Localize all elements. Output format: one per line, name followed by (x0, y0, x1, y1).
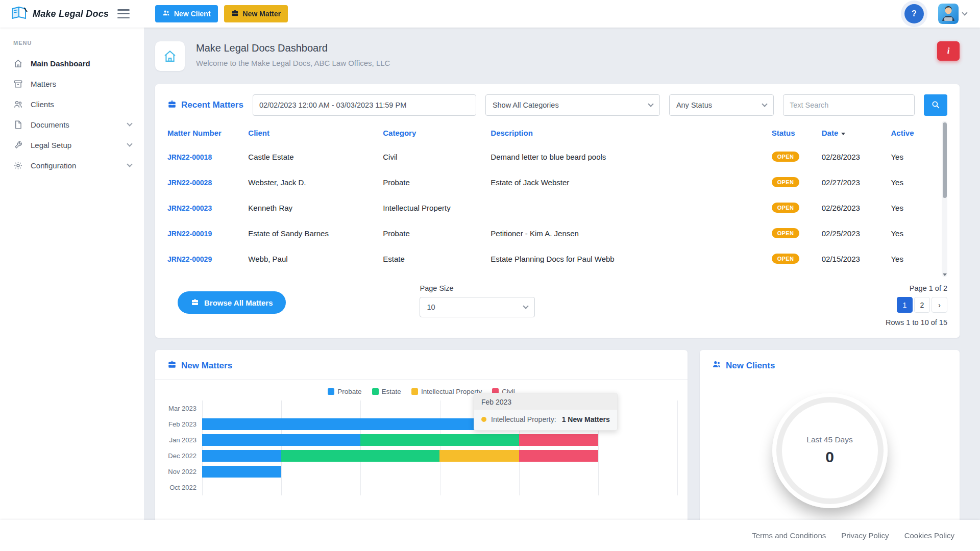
status-badge: OPEN (772, 203, 799, 213)
chart-category-label: Oct 2022 (155, 480, 202, 495)
date-cell: 02/27/2023 (822, 169, 891, 195)
bar-segment-civil[interactable] (519, 434, 598, 446)
column-header-active: Active (891, 121, 937, 144)
search-button[interactable] (924, 94, 947, 116)
info-button[interactable]: i (937, 41, 960, 61)
page-button-1[interactable]: 1 (897, 297, 913, 313)
matters-table-wrap: Matter NumberClientCategoryDescriptionSt… (167, 121, 947, 277)
recent-matters-header: Recent Matters Show All Categories Any S… (167, 94, 947, 116)
chart-category-label: Nov 2022 (155, 464, 202, 480)
chevron-down-icon (962, 10, 967, 15)
client-cell (248, 271, 383, 277)
page-info: Page 1 of 2 (886, 284, 947, 292)
chevron-down-icon (523, 303, 529, 309)
table-row: JRN22-00018Castle EstateCivilDemand lett… (167, 144, 937, 169)
pagination-block: Page 1 of 2 12› Rows 1 to 10 of 15 (886, 284, 947, 327)
chevron-down-icon (762, 101, 767, 107)
sidebar-item-main-dashboard[interactable]: Main Dashboard (0, 53, 144, 73)
matter-number-link[interactable]: JRN22-00028 (167, 179, 212, 187)
sidebar-nav: Main DashboardMattersClientsDocumentsLeg… (0, 53, 144, 176)
date-cell: 02/25/2023 (822, 220, 891, 246)
chart-category-label: Dec 2022 (155, 448, 202, 464)
status-filter-select[interactable]: Any Status (669, 94, 774, 116)
bar-segment-probate[interactable] (202, 418, 519, 430)
matter-number-link[interactable]: JRN22-00018 (167, 153, 212, 161)
help-button[interactable]: ? (904, 4, 924, 23)
bar-segment-probate[interactable] (202, 434, 360, 446)
status-badge: OPEN (772, 177, 799, 187)
sidebar-item-legal-setup[interactable]: Legal Setup (0, 135, 144, 155)
sidebar: MENU Main DashboardMattersClientsDocumen… (0, 28, 144, 551)
client-cell: Webb, Paul (248, 246, 383, 271)
active-cell: Yes (891, 144, 937, 169)
documents-icon (13, 120, 23, 130)
user-menu[interactable] (938, 4, 967, 24)
page-titles: Make Legal Docs Dashboard Welcome to the… (196, 41, 390, 67)
new-client-button[interactable]: New Client (155, 5, 218, 22)
dashboard-home-icon (155, 41, 185, 71)
footer-link-terms-and-conditions[interactable]: Terms and Conditions (752, 531, 826, 540)
table-scrollbar[interactable] (942, 121, 947, 277)
sidebar-item-configuration[interactable]: Configuration (0, 155, 144, 176)
active-cell: Yes (891, 195, 937, 220)
table-row: JRN22-00023Kenneth RayIntellectual Prope… (167, 195, 937, 220)
footer-link-privacy-policy[interactable]: Privacy Policy (841, 531, 889, 540)
logo-area: Make Legal Docs (0, 6, 144, 22)
legend-item-probate[interactable]: Probate (328, 388, 361, 395)
legend-item-intellectual-property[interactable]: Intellectual Property (411, 388, 482, 395)
status-badge: OPEN (772, 152, 799, 162)
matters-icon (13, 79, 23, 89)
app-logo[interactable]: Make Legal Docs (10, 6, 109, 22)
new-matters-header: New Matters (155, 350, 688, 380)
category-cell (383, 271, 491, 277)
description-cell (491, 195, 771, 220)
page-button-2[interactable]: 2 (914, 297, 930, 313)
date-cell (822, 271, 891, 277)
matter-number-link[interactable]: JRN22-00019 (167, 230, 212, 238)
column-header-client: Client (248, 121, 383, 144)
tooltip-value: 1 New Matters (562, 415, 610, 423)
table-row: JRN22-00028Webster, Jack D.ProbateEstate… (167, 169, 937, 195)
clients-icon (712, 360, 721, 371)
tooltip-series-dot (481, 417, 486, 422)
scrollbar-down-arrow-icon[interactable] (942, 273, 947, 276)
column-header-date[interactable]: Date (822, 121, 891, 144)
matter-number-link[interactable]: JRN22-00023 (167, 204, 212, 212)
matter-number-link[interactable]: JRN22-00029 (167, 255, 212, 263)
bar-segment-probate[interactable] (202, 466, 281, 478)
hamburger-menu-icon[interactable] (117, 9, 130, 18)
bar-segment-probate[interactable] (202, 450, 281, 462)
scrollbar-thumb[interactable] (943, 122, 947, 198)
bar-segment-estate[interactable] (360, 434, 519, 446)
chevron-down-icon (127, 120, 132, 126)
matters-table-body: JRN22-00018Castle EstateCivilDemand lett… (167, 144, 937, 277)
new-clients-title: New Clients (712, 360, 947, 371)
legend-item-estate[interactable]: Estate (372, 388, 401, 395)
page-size-select[interactable]: 10 (420, 297, 535, 317)
chart-row-dec-2022 (202, 448, 677, 464)
active-cell: Yes (891, 246, 937, 271)
tooltip-series-label: Intellectual Property: (491, 415, 556, 423)
page-button-›[interactable]: › (932, 297, 947, 313)
tooltip-title: Feb 2023 (474, 393, 617, 410)
new-matter-button[interactable]: New Matter (224, 5, 288, 22)
legend-swatch (328, 388, 334, 395)
category-filter-select[interactable]: Show All Categories (485, 94, 660, 116)
recent-matters-title: Recent Matters (167, 99, 243, 111)
bar-segment-intellectual-property[interactable] (439, 450, 519, 462)
bar-segment-civil[interactable] (519, 450, 598, 462)
briefcase-icon (191, 298, 199, 308)
bar-segment-estate[interactable] (281, 450, 439, 462)
table-header-row: Matter NumberClientCategoryDescriptionSt… (167, 121, 937, 144)
sidebar-item-documents[interactable]: Documents (0, 114, 144, 135)
date-range-input[interactable] (253, 94, 476, 116)
briefcase-icon (167, 360, 177, 371)
browse-all-matters-button[interactable]: Browse All Matters (178, 291, 286, 314)
footer-link-cookies-policy[interactable]: Cookies Policy (904, 531, 954, 540)
menu-label: MENU (13, 40, 144, 46)
search-input[interactable] (783, 94, 915, 116)
sidebar-item-clients[interactable]: Clients (0, 94, 144, 114)
gridline (677, 400, 678, 495)
topbar: Make Legal Docs New Client New Matter ? (0, 0, 980, 28)
sidebar-item-matters[interactable]: Matters (0, 73, 144, 94)
